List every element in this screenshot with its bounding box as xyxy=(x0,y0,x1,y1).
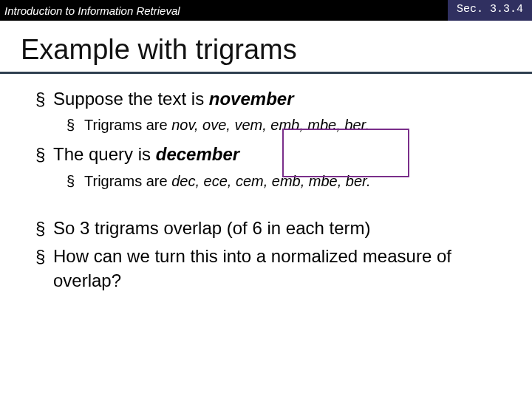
bullet-query: The query is december xyxy=(35,143,510,166)
bullet-query-word: december xyxy=(156,144,239,164)
top-bar: Introduction to Information Retrieval Se… xyxy=(0,0,532,21)
slide-title: Example with trigrams xyxy=(0,21,532,72)
section-label: Sec. 3.3.4 xyxy=(448,0,532,21)
subbullet-dec-pre: Trigrams are xyxy=(84,173,171,189)
spacer xyxy=(35,199,510,216)
bullet-overlap: So 3 trigrams overlap (of 6 in each term… xyxy=(35,216,510,240)
course-title: Introduction to Information Retrieval xyxy=(0,4,180,17)
bullet-suppose-word: november xyxy=(209,89,294,109)
subbullet-dec-tri: dec, ece, cem, emb, mbe, ber. xyxy=(171,173,370,189)
subbullet-nov-tri: nov, ove, vem, emb, mbe, ber. xyxy=(171,117,369,133)
subbullet-nov-trigrams: Trigrams are nov, ove, vem, emb, mbe, be… xyxy=(66,115,510,135)
slide-content: Suppose the text is november Trigrams ar… xyxy=(0,74,532,293)
subbullet-dec-trigrams: Trigrams are dec, ece, cem, emb, mbe, be… xyxy=(66,171,510,191)
bullet-question: How can we turn this into a normalized m… xyxy=(35,245,510,293)
bullet-suppose: Suppose the text is november xyxy=(35,87,510,111)
bullet-suppose-pre: Suppose the text is xyxy=(53,89,209,109)
subbullet-nov-pre: Trigrams are xyxy=(84,117,171,133)
bullet-query-pre: The query is xyxy=(53,144,156,164)
